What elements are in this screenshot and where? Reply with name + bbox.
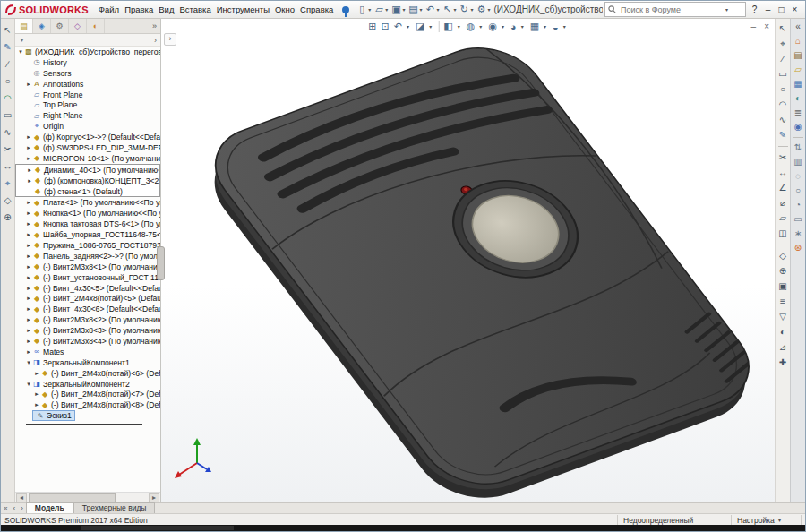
options-icon[interactable]: ⚙ (475, 4, 487, 15)
pattern-tool-icon[interactable]: ⊕ (4, 213, 11, 222)
sketch-icon[interactable]: ✎ (779, 131, 786, 140)
view-palette-icon[interactable]: ▦ (793, 80, 802, 89)
circle-icon[interactable]: ○ (780, 85, 785, 94)
tree-item-content[interactable]: ◆Плата<1> (По умолчанию<<По умолча (32, 198, 160, 207)
smart-dimension-icon[interactable]: ↔ (778, 168, 787, 177)
tree-item[interactable]: ▱Right Plane (15, 110, 160, 121)
viewport-close-icon[interactable]: × (764, 21, 769, 31)
tree-item-content[interactable]: AAnnotations (32, 80, 83, 89)
tree-item-content[interactable]: ◆(-) Винт_2М4х8(потай)<8> (Default< (40, 400, 160, 409)
tree-item-content[interactable]: ◆Динамик_40<1> (По умолчанию<<По ум (33, 166, 160, 175)
tree-expand-arrow-icon[interactable]: ▸ (26, 167, 33, 174)
tree-expand-arrow-icon[interactable]: ▸ (25, 133, 32, 141)
trim-icon[interactable]: ✂ (779, 153, 786, 162)
document-tab-1[interactable]: Трехмерные виды (73, 502, 156, 513)
quarter-icon[interactable]: ◔ (795, 201, 801, 210)
linear-pattern-icon[interactable]: ≡ (780, 297, 785, 306)
tree-item[interactable]: ▸◆(-) Винт_2М4х8(потай)<6> (Default< (15, 368, 160, 379)
display-style-icon-caret[interactable]: ▾ (479, 23, 482, 30)
tree-item-content[interactable]: ◆(-) Винт2М3х8<1> (По умолчанию<<По ум (32, 262, 160, 271)
tree-expand-arrow-icon[interactable]: ▸ (25, 274, 32, 281)
line-icon[interactable]: ∕ (782, 55, 784, 64)
propertymanager-tab[interactable]: ◈ (33, 19, 51, 33)
rectangle-icon[interactable]: ▭ (778, 70, 786, 79)
options-icon-caret[interactable]: ▾ (487, 6, 490, 13)
tree-horizontal-scrollbar[interactable]: ◂ ▸ (15, 492, 160, 502)
tree-expand-arrow-icon[interactable]: ▸ (25, 348, 32, 356)
tree-item[interactable]: ▸◆(ф) SW3DPS-LED_DIP_3MM-DEFAULT<1> (< (15, 142, 160, 153)
tree-item[interactable]: ◎Sensors (15, 68, 160, 79)
display-style-icon[interactable]: ◍ (467, 21, 476, 32)
tree-expand-arrow-icon[interactable]: ▸ (33, 401, 40, 408)
maximize-button[interactable]: □ (775, 4, 788, 14)
tree-item[interactable]: ▸◆(-) Винт_2М4х8(потай)<7> (Default< (15, 390, 160, 400)
featuremanager-tab[interactable]: ▤ (15, 19, 33, 33)
arc-icon[interactable]: ◠ (779, 100, 787, 109)
panel-icon[interactable]: ▭ (793, 215, 802, 224)
save-icon[interactable]: ▣ (390, 4, 402, 15)
burst-icon[interactable]: ⊛ (794, 244, 802, 253)
select-arrow-icon[interactable]: ↖ (779, 24, 786, 33)
section-view-icon[interactable]: ◪ (416, 21, 424, 32)
tree-item-content[interactable]: ◆(ф) стена<1> (Default) (33, 187, 123, 196)
tree-item-content[interactable]: ∞Mates (32, 348, 64, 356)
tab-scroll-icon-1[interactable]: ‹ (10, 504, 18, 512)
hide-show-items-icon[interactable]: ◉ (488, 21, 497, 32)
tree-item[interactable]: ▸◆(-) Винт2М3х8<3> (По умолчанию<<По ум (15, 325, 160, 336)
close-button[interactable]: × (788, 4, 802, 14)
appearances-icon[interactable]: ◐ (795, 94, 801, 103)
tree-item[interactable]: ▸◆Плата<1> (По умолчанию<<По умолча (15, 197, 160, 208)
tree-item[interactable]: ▸◆(-) Винт_4х30<6> (Default<<Default>_Со… (15, 304, 160, 314)
tree-item[interactable]: ▱Front Plane (15, 90, 160, 100)
scrollbar-thumb[interactable] (29, 493, 116, 502)
tree-item[interactable]: ▾◨ЗеркальныйКомпонент2 (15, 379, 160, 390)
menu-item-5[interactable]: Окно (272, 4, 297, 15)
tree-item-content[interactable]: ◆Панель_задняя<2>->? (По умолчанию< (32, 252, 160, 261)
tab-scroll-icon-2[interactable]: › (18, 504, 26, 512)
rectangle-tool-icon[interactable]: ▭ (4, 111, 12, 120)
taskbar-strip[interactable] (1, 525, 805, 531)
scroll-up-icon[interactable]: ⇅ (794, 143, 802, 152)
panel-tabs-overflow-icon[interactable]: » (149, 21, 160, 30)
tree-item[interactable]: ▱Top Plane (15, 99, 160, 110)
tree-item[interactable]: ▸◆Кнопка тактовая DTS-6<1> (По умолчан (15, 219, 160, 229)
tree-expand-arrow-icon[interactable]: ▸ (25, 144, 32, 151)
tree-item-content[interactable]: ◆Пружина_1086-0765_ГОСТ18793-80<2> (По (32, 241, 160, 250)
new-document-icon-caret[interactable]: ▾ (368, 6, 371, 13)
tree-item-selected[interactable]: ✎Эскиз1 (32, 410, 75, 421)
tree-item-content[interactable]: ◨ЗеркальныйКомпонент1 (32, 358, 130, 367)
tree-item[interactable]: ▾▩(ИХОДНИК_сб)Устройство_переговорное (Д… (15, 47, 160, 57)
trim-tool-icon[interactable]: ✂ (4, 145, 11, 154)
tree-item[interactable]: ▸◆(-) Винт2М3х8<2> (По умолчанию<<По ум (15, 314, 160, 325)
tree-expand-arrow-icon[interactable]: ▸ (25, 231, 32, 238)
undo-icon[interactable]: ↶ (424, 4, 436, 15)
tree-item-content[interactable]: ◆(-) Винт2М3х8<2> (По умолчанию<<По ум (32, 315, 160, 324)
menu-item-0[interactable]: Файл (96, 4, 122, 15)
diameter-dimension-icon[interactable]: ⌀ (780, 199, 785, 208)
reference-point-icon[interactable]: ⌖ (780, 39, 785, 48)
tree-expand-arrow-icon[interactable]: ▸ (33, 390, 40, 398)
sketch-tool-icon[interactable]: ✎ (4, 43, 11, 52)
tree-item[interactable]: ▸◆(ф) (компоновка)КОНЦЕПТ_3<2> (Default> (15, 176, 160, 186)
scroll-right-icon[interactable]: ▸ (149, 493, 159, 502)
tree-item[interactable]: ◷History (15, 57, 160, 68)
section-view-icon-caret[interactable]: ▾ (429, 23, 432, 30)
extrude-icon[interactable]: ✚ (779, 358, 786, 367)
tree-item[interactable]: ✎Эскиз1 (15, 410, 160, 421)
tree-item-content[interactable]: ◆(-) Винт2М3х8<4> (По умолчанию<<По ум (32, 337, 160, 346)
tree-item-content[interactable]: ◆Кнопка тактовая DTS-6<1> (По умолчан (32, 219, 160, 228)
menu-item-4[interactable]: Инструменты (214, 4, 272, 15)
tree-item-content[interactable]: ◆(ф) (компоновка)КОНЦЕПТ_3<2> (Default> (33, 176, 160, 185)
section-icon[interactable]: ◫ (778, 229, 786, 238)
document-tab-0[interactable]: Модель (26, 502, 73, 513)
tree-item-content[interactable]: ◆(-) Винт_2М4х8(потай)<6> (Default< (40, 369, 160, 378)
tree-item-content[interactable]: ▱Front Plane (32, 90, 82, 99)
spline-tool-icon[interactable]: ∿ (4, 128, 11, 137)
configurationmanager-tab[interactable]: ⚙ (51, 19, 69, 33)
print-icon-caret[interactable]: ▾ (419, 6, 422, 13)
tree-expand-arrow-icon[interactable]: ▾ (17, 48, 24, 56)
edit-appearance-icon-caret[interactable]: ▾ (521, 23, 524, 30)
apply-scene-icon-caret[interactable]: ▾ (544, 23, 546, 30)
tree-item-content[interactable]: ◆(-) Винт_4х30<6> (Default<<Default>_Сос… (32, 305, 160, 313)
hide-show-items-icon-caret[interactable]: ▾ (502, 23, 504, 30)
